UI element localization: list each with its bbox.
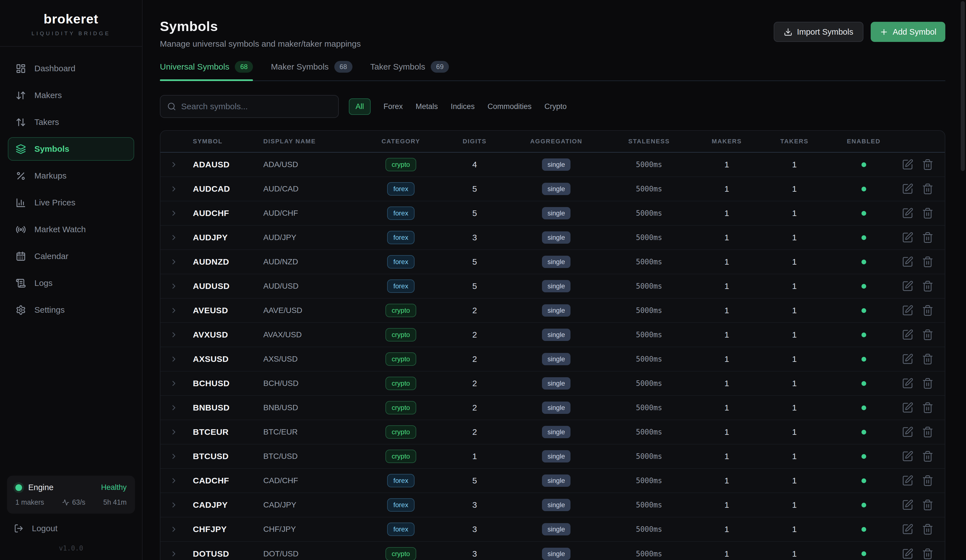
staleness-cell: 5000ms bbox=[603, 282, 695, 290]
edit-row-button[interactable] bbox=[902, 329, 913, 341]
sidebar-item-symbols[interactable]: Symbols bbox=[8, 137, 134, 161]
edit-row-button[interactable] bbox=[902, 305, 913, 316]
edit-row-button[interactable] bbox=[902, 353, 913, 365]
category-badge: crypto bbox=[386, 547, 416, 560]
display-name: AAVE/USD bbox=[263, 306, 302, 315]
edit-row-button[interactable] bbox=[902, 499, 913, 511]
expand-row-button[interactable] bbox=[161, 404, 187, 412]
delete-row-button[interactable] bbox=[922, 523, 933, 535]
expand-row-button[interactable] bbox=[161, 550, 187, 558]
filter-chip-crypto[interactable]: Crypto bbox=[544, 99, 567, 114]
digits-cell: 5 bbox=[440, 209, 509, 218]
edit-row-button[interactable] bbox=[902, 426, 913, 438]
edit-row-button[interactable] bbox=[902, 256, 913, 268]
sidebar-item-takers[interactable]: Takers bbox=[8, 110, 134, 134]
staleness-cell: 5000ms bbox=[603, 379, 695, 388]
expand-row-button[interactable] bbox=[161, 258, 187, 266]
search-input[interactable] bbox=[181, 102, 332, 111]
scrollbar-thumb[interactable] bbox=[961, 1, 965, 171]
add-symbol-button[interactable]: Add Symbol bbox=[871, 22, 945, 42]
sidebar-item-live-prices[interactable]: Live Prices bbox=[8, 191, 134, 214]
sidebar-item-calendar[interactable]: Calendar bbox=[8, 245, 134, 268]
expand-row-button[interactable] bbox=[161, 330, 187, 339]
tab-universal-symbols[interactable]: Universal Symbols68 bbox=[160, 61, 253, 80]
delete-row-button[interactable] bbox=[922, 183, 933, 195]
edit-row-button[interactable] bbox=[902, 159, 913, 171]
edit-row-button[interactable] bbox=[902, 207, 913, 219]
edit-row-button[interactable] bbox=[902, 523, 913, 535]
expand-row-button[interactable] bbox=[161, 525, 187, 534]
expand-row-button[interactable] bbox=[161, 428, 187, 436]
delete-row-button[interactable] bbox=[922, 426, 933, 438]
delete-row-button[interactable] bbox=[922, 499, 933, 511]
display-name: BTC/USD bbox=[263, 452, 298, 461]
symbol-cell: AUDJPY bbox=[187, 233, 258, 242]
edit-row-button[interactable] bbox=[902, 548, 913, 560]
expand-row-button[interactable] bbox=[161, 185, 187, 193]
chevron-right-icon bbox=[170, 233, 178, 242]
delete-row-button[interactable] bbox=[922, 548, 933, 560]
delete-row-button[interactable] bbox=[922, 207, 933, 219]
expand-row-button[interactable] bbox=[161, 233, 187, 242]
brand-logo: brokeret bbox=[0, 11, 142, 26]
expand-row-button[interactable] bbox=[161, 476, 187, 485]
delete-row-button[interactable] bbox=[922, 232, 933, 243]
edit-row-button[interactable] bbox=[902, 232, 913, 243]
sidebar-item-logs[interactable]: Logs bbox=[8, 271, 134, 295]
logout-label: Logout bbox=[32, 524, 58, 533]
delete-row-button[interactable] bbox=[922, 402, 933, 414]
expand-row-button[interactable] bbox=[161, 355, 187, 363]
tab-maker-symbols[interactable]: Maker Symbols68 bbox=[271, 61, 352, 80]
filter-chip-metals[interactable]: Metals bbox=[416, 99, 438, 114]
row-actions bbox=[897, 353, 945, 365]
takers-cell: 1 bbox=[759, 452, 830, 461]
trash-icon bbox=[922, 426, 933, 438]
expand-row-button[interactable] bbox=[161, 306, 187, 315]
delete-row-button[interactable] bbox=[922, 329, 933, 341]
import-symbols-button[interactable]: Import Symbols bbox=[774, 22, 863, 42]
edit-row-button[interactable] bbox=[902, 378, 913, 389]
column-header-category: CATEGORY bbox=[362, 138, 440, 145]
makers-count: 1 bbox=[724, 306, 729, 315]
expand-row-button[interactable] bbox=[161, 209, 187, 217]
edit-row-button[interactable] bbox=[902, 280, 913, 292]
sidebar-item-makers[interactable]: Makers bbox=[8, 84, 134, 107]
chevron-right-icon bbox=[170, 282, 178, 290]
symbol-cell: ADAUSD bbox=[187, 160, 258, 169]
enabled-indicator bbox=[861, 235, 866, 240]
expand-row-button[interactable] bbox=[161, 160, 187, 169]
digits-value: 2 bbox=[472, 403, 477, 412]
delete-row-button[interactable] bbox=[922, 280, 933, 292]
delete-row-button[interactable] bbox=[922, 353, 933, 365]
filter-chip-all[interactable]: All bbox=[349, 99, 371, 115]
delete-row-button[interactable] bbox=[922, 256, 933, 268]
expand-row-button[interactable] bbox=[161, 452, 187, 460]
markups-icon bbox=[16, 171, 26, 181]
makers-cell: 1 bbox=[695, 160, 759, 169]
expand-row-button[interactable] bbox=[161, 501, 187, 509]
delete-row-button[interactable] bbox=[922, 475, 933, 486]
sidebar-item-dashboard[interactable]: Dashboard bbox=[8, 57, 134, 80]
filter-chip-forex[interactable]: Forex bbox=[383, 99, 403, 114]
delete-row-button[interactable] bbox=[922, 305, 933, 316]
delete-row-button[interactable] bbox=[922, 378, 933, 389]
enabled-cell bbox=[830, 333, 897, 337]
sidebar-item-market-watch[interactable]: Market Watch bbox=[8, 218, 134, 241]
edit-icon bbox=[902, 183, 913, 195]
expand-row-button[interactable] bbox=[161, 282, 187, 290]
logout-button[interactable]: Logout bbox=[0, 524, 142, 533]
edit-row-button[interactable] bbox=[902, 475, 913, 486]
edit-row-button[interactable] bbox=[902, 450, 913, 462]
sidebar-item-markups[interactable]: Markups bbox=[8, 164, 134, 187]
delete-row-button[interactable] bbox=[922, 159, 933, 171]
column-header-staleness: STALENESS bbox=[603, 138, 695, 145]
tab-taker-symbols[interactable]: Taker Symbols69 bbox=[370, 61, 449, 80]
sidebar-item-settings[interactable]: Settings bbox=[8, 298, 134, 322]
filter-chip-commodities[interactable]: Commodities bbox=[488, 99, 532, 114]
expand-row-button[interactable] bbox=[161, 379, 187, 388]
edit-row-button[interactable] bbox=[902, 183, 913, 195]
category-cell: crypto bbox=[362, 304, 440, 317]
delete-row-button[interactable] bbox=[922, 450, 933, 462]
filter-chip-indices[interactable]: Indices bbox=[451, 99, 475, 114]
edit-row-button[interactable] bbox=[902, 402, 913, 414]
